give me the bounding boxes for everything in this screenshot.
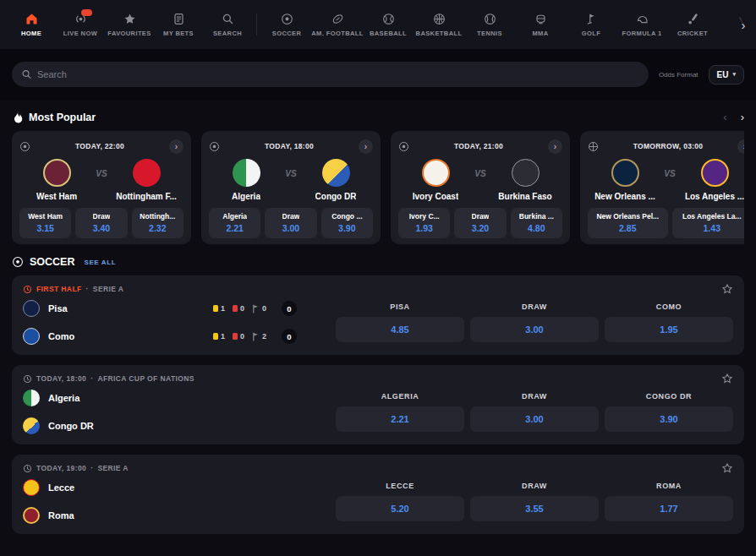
nav-sport-golf[interactable]: GOLF bbox=[566, 13, 616, 37]
card-open-button[interactable]: › bbox=[359, 139, 373, 154]
card-open-button[interactable]: › bbox=[169, 139, 184, 154]
search-input[interactable] bbox=[12, 62, 649, 87]
team-stats: 1 0 2 bbox=[213, 332, 266, 341]
tennis-icon bbox=[484, 13, 496, 25]
team-row: Algeria bbox=[23, 390, 297, 406]
teams-column: Pisa 1 0 0 0 Como 1 0 2 0 bbox=[23, 300, 336, 345]
match-time: TODAY, 21:00 bbox=[409, 142, 548, 150]
odds-button[interactable]: 5.20 bbox=[336, 496, 464, 521]
odds-buttons: 2.21 3.00 3.90 bbox=[336, 406, 733, 432]
league-label: AFRICA CUP OF NATIONS bbox=[97, 374, 194, 383]
basketball-icon bbox=[433, 13, 446, 25]
nav-label: SEARCH bbox=[213, 30, 242, 37]
teams-column: Lecce Roma bbox=[23, 479, 336, 524]
match-body: Lecce Roma LECCE DRAW ROMA 5.20 3.55 1.7… bbox=[23, 479, 733, 524]
dot-separator: · bbox=[86, 285, 89, 293]
nav-sport-am-football[interactable]: AM. FOOTBALL bbox=[312, 13, 363, 37]
odds-value: 1.43 bbox=[704, 223, 720, 233]
odds-button[interactable]: Algeria 2.21 bbox=[209, 208, 260, 238]
match-preview-card[interactable]: TOMORROW, 03:00 › New Orleans ... VS Los… bbox=[580, 131, 744, 244]
vs-label: VS bbox=[664, 169, 675, 201]
nav-item-my-bets[interactable]: MY BETS bbox=[154, 13, 203, 37]
nav-label: SOCCER bbox=[272, 30, 302, 37]
soccer-icon bbox=[209, 141, 220, 152]
odds-label: Nottingh... bbox=[140, 212, 175, 221]
nav-sport-baseball[interactable]: BASEBALL bbox=[363, 13, 414, 37]
odds-button[interactable]: New Orleans Pel... 2.85 bbox=[588, 208, 668, 238]
team-name: Lecce bbox=[48, 482, 74, 493]
team-row: Lecce bbox=[23, 479, 297, 496]
odds-label: New Orleans Pel... bbox=[596, 212, 659, 221]
match-preview-card[interactable]: TODAY, 18:00 › Algeria VS Congo DR Alger… bbox=[201, 131, 381, 244]
nav-label: HOME bbox=[21, 30, 41, 37]
league-label: SERIE A bbox=[93, 285, 124, 293]
away-team: Nottingham F... bbox=[112, 159, 180, 201]
nav-sport-soccer[interactable]: SOCCER bbox=[261, 13, 312, 37]
odds-button[interactable]: Draw 3.20 bbox=[454, 208, 506, 238]
favourite-star-icon[interactable] bbox=[721, 373, 733, 384]
carousel-next-button[interactable]: › bbox=[741, 111, 744, 123]
odds-button[interactable]: Ivory C... 1.93 bbox=[398, 208, 450, 238]
odds-format-select[interactable]: EU ▾ bbox=[709, 65, 744, 84]
odds-column: PISA DRAW COMO 4.85 3.00 1.95 bbox=[336, 300, 733, 345]
team-name: Nottingham F... bbox=[116, 192, 177, 201]
main-content: Most Popular ‹ › TODAY, 22:00 › West Ham… bbox=[0, 111, 756, 534]
carousel-prev-button[interactable]: ‹ bbox=[723, 111, 726, 123]
odds-column-label: PISA bbox=[336, 303, 464, 311]
home-team: West Ham bbox=[23, 159, 90, 201]
nav-sport-tennis[interactable]: TENNIS bbox=[464, 13, 515, 37]
corner-flag-icon bbox=[252, 332, 260, 341]
nav-sport-mma[interactable]: MMA bbox=[515, 13, 566, 37]
odds-button[interactable]: Burkina ... 4.80 bbox=[511, 208, 562, 238]
odds-button[interactable]: 2.21 bbox=[336, 406, 464, 432]
card-open-button[interactable]: › bbox=[737, 139, 744, 154]
odds-button[interactable]: Congo ... 3.90 bbox=[321, 208, 373, 238]
team-crest bbox=[23, 300, 40, 317]
nav-sport-basketball[interactable]: BASKETBALL bbox=[414, 13, 464, 37]
odds-button[interactable]: 3.00 bbox=[470, 317, 599, 342]
team-name: Como bbox=[48, 331, 74, 341]
card-open-button[interactable]: › bbox=[548, 139, 562, 154]
most-popular-header: Most Popular ‹ › bbox=[12, 111, 744, 123]
odds-column-headers: PISA DRAW COMO bbox=[336, 303, 733, 311]
section-title: Most Popular bbox=[29, 112, 96, 123]
match-row-card[interactable]: TODAY, 19:00 · SERIE A Lecce Roma LECCE … bbox=[12, 455, 744, 534]
odds-button[interactable]: 1.95 bbox=[605, 317, 733, 342]
team-crest bbox=[23, 328, 40, 345]
favourite-star-icon[interactable] bbox=[721, 283, 733, 295]
nav-sport-formula1[interactable]: FORMULA 1 bbox=[616, 13, 667, 37]
nav-scroll-right-button[interactable]: › bbox=[731, 0, 756, 49]
match-preview-card[interactable]: TODAY, 21:00 › Ivory Coast VS Burkina Fa… bbox=[391, 131, 570, 244]
team-name: Pisa bbox=[48, 303, 68, 313]
odds-button[interactable]: 3.55 bbox=[470, 496, 599, 521]
favourite-star-icon[interactable] bbox=[721, 462, 733, 474]
odds-button[interactable]: Draw 3.40 bbox=[75, 208, 127, 238]
see-all-link[interactable]: SEE ALL bbox=[84, 259, 116, 266]
flame-icon bbox=[12, 111, 23, 123]
odds-button[interactable]: 3.90 bbox=[605, 406, 733, 432]
team-crest bbox=[23, 417, 40, 434]
odds-button[interactable]: West Ham 3.15 bbox=[19, 208, 71, 238]
match-row-card[interactable]: FIRST HALF · SERIE A Pisa 1 0 0 0 bbox=[12, 275, 744, 355]
nav-item-favourites[interactable]: FAVOURITES bbox=[105, 13, 154, 37]
nav-label: MY BETS bbox=[163, 30, 194, 37]
nav-sport-cricket[interactable]: CRICKET bbox=[667, 13, 718, 37]
nav-item-home[interactable]: HOME bbox=[7, 13, 56, 37]
odds-button[interactable]: Draw 3.00 bbox=[265, 208, 316, 238]
odds-button[interactable]: Los Angeles La... 1.43 bbox=[672, 208, 745, 238]
match-preview-card[interactable]: TODAY, 22:00 › West Ham VS Nottingham F.… bbox=[12, 131, 191, 244]
search-icon bbox=[222, 13, 234, 25]
odds-column-label: DRAW bbox=[470, 482, 599, 490]
nav-label: AM. FOOTBALL bbox=[311, 30, 363, 37]
nav-item-live-now[interactable]: LIVE NOW bbox=[56, 13, 105, 37]
odds-row: New Orleans Pel... 2.85 Los Angeles La..… bbox=[588, 208, 744, 238]
match-row-card[interactable]: TODAY, 18:00 · AFRICA CUP OF NATIONS Alg… bbox=[12, 365, 744, 444]
odds-button[interactable]: 4.85 bbox=[336, 317, 464, 342]
odds-button[interactable]: Nottingh... 2.32 bbox=[132, 208, 184, 238]
nav-item-search[interactable]: SEARCH bbox=[203, 13, 252, 37]
away-team: Los Angeles ... bbox=[681, 159, 744, 201]
odds-button[interactable]: 1.77 bbox=[605, 496, 733, 521]
live-status: FIRST HALF bbox=[23, 285, 82, 294]
odds-button[interactable]: 3.00 bbox=[470, 406, 599, 432]
teams-column: Algeria Congo DR bbox=[23, 390, 336, 434]
